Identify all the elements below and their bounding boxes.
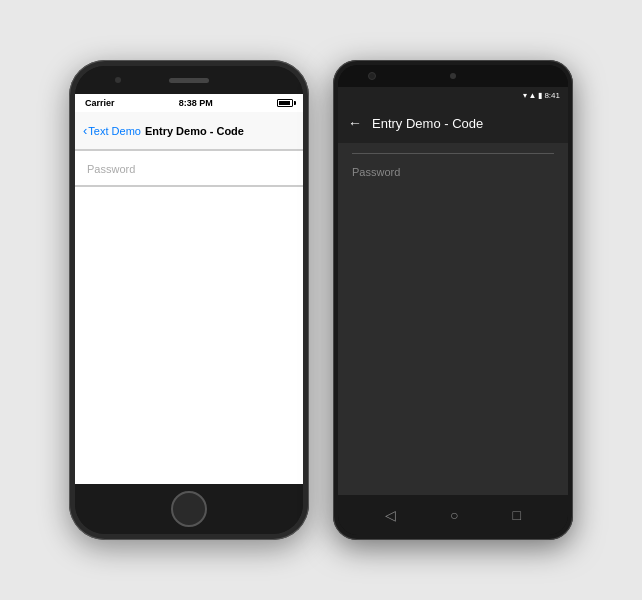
android-battery-icon: ▮ xyxy=(538,91,542,100)
android-content: Password xyxy=(338,143,568,495)
ios-nav-bar: ‹ Text Demo Entry Demo - Code xyxy=(75,112,303,150)
android-camera xyxy=(450,73,456,79)
ios-nav-title: Entry Demo - Code xyxy=(145,125,244,137)
ios-status-bar: Carrier 8:38 PM xyxy=(75,94,303,112)
ios-password-placeholder[interactable]: Password xyxy=(87,163,135,175)
iphone-speaker xyxy=(169,78,209,83)
android-device: ▾ ▲ ▮ 8:41 ← Entry Demo - Code Password xyxy=(333,60,573,540)
android-screen: ▾ ▲ ▮ 8:41 ← Entry Demo - Code Password xyxy=(338,87,568,495)
ios-back-button[interactable]: ‹ Text Demo xyxy=(83,123,141,138)
iphone-home-button[interactable] xyxy=(171,491,207,527)
android-recents-nav-icon[interactable]: □ xyxy=(513,507,521,523)
iphone-camera xyxy=(115,77,121,83)
android-status-icons: ▾ ▲ ▮ 8:41 xyxy=(523,91,561,100)
android-signal-icon: ▲ xyxy=(529,91,537,100)
ios-status-right xyxy=(277,99,293,107)
ios-password-row[interactable]: Password xyxy=(75,151,303,186)
android-bottom-nav: ◁ ○ □ xyxy=(338,495,568,535)
ios-content: Password xyxy=(75,150,303,484)
android-top-bezel xyxy=(338,65,568,87)
android-wifi-icon: ▾ xyxy=(523,91,527,100)
iphone-bottom-bezel xyxy=(75,484,303,534)
phones-container: Carrier 8:38 PM ‹ Text Demo Entry Demo -… xyxy=(0,0,642,600)
ios-back-chevron-icon: ‹ xyxy=(83,123,87,138)
iphone-device: Carrier 8:38 PM ‹ Text Demo Entry Demo -… xyxy=(69,60,309,540)
android-speaker xyxy=(368,72,376,80)
ios-back-label: Text Demo xyxy=(88,125,141,137)
iphone-top-bezel xyxy=(75,66,303,94)
android-toolbar: ← Entry Demo - Code xyxy=(338,103,568,143)
android-home-nav-icon[interactable]: ○ xyxy=(450,507,458,523)
ios-battery-icon xyxy=(277,99,293,107)
android-time: 8:41 xyxy=(544,91,560,100)
android-back-button[interactable]: ← xyxy=(348,115,362,131)
android-password-placeholder[interactable]: Password xyxy=(352,166,400,178)
ios-time: 8:38 PM xyxy=(179,98,213,108)
android-toolbar-title: Entry Demo - Code xyxy=(372,116,483,131)
android-password-row[interactable]: Password xyxy=(352,154,554,188)
android-status-bar: ▾ ▲ ▮ 8:41 xyxy=(338,87,568,103)
android-back-nav-icon[interactable]: ◁ xyxy=(385,507,396,523)
ios-bottom-separator xyxy=(75,186,303,187)
iphone-screen: Carrier 8:38 PM ‹ Text Demo Entry Demo -… xyxy=(75,94,303,484)
ios-carrier: Carrier xyxy=(85,98,115,108)
